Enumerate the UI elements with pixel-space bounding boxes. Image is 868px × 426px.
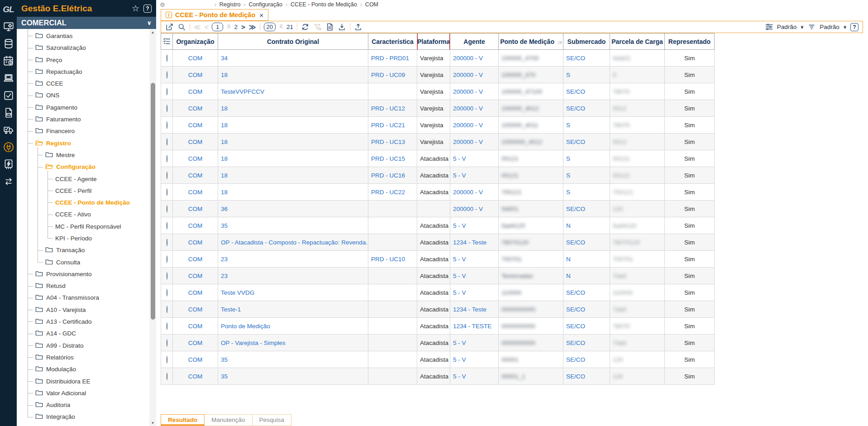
row-radio[interactable]: [167, 356, 167, 364]
row-radio[interactable]: [167, 105, 167, 112]
row-radio[interactable]: [167, 138, 167, 146]
footer-tab-pesquisa[interactable]: Pesquisa: [253, 414, 292, 426]
nfe-document-icon[interactable]: [2, 106, 15, 119]
cell-value[interactable]: SE/CO: [566, 289, 585, 296]
tree-item-sazonaliza-o[interactable]: Sazonalização: [17, 42, 149, 54]
cell-value[interactable]: COM: [188, 189, 203, 196]
row-radio[interactable]: [167, 239, 167, 246]
cell-value[interactable]: 18: [221, 172, 228, 179]
cell-value[interactable]: 5 - V: [453, 289, 466, 296]
row-radio[interactable]: [167, 306, 167, 313]
module-selector[interactable]: COMERCIAL ∨: [17, 17, 156, 29]
truck-check-icon[interactable]: [2, 124, 15, 136]
cell-value[interactable]: 200000 - V: [453, 88, 483, 95]
cell-value[interactable]: COM: [188, 323, 203, 330]
cell-value[interactable]: Teste-1: [221, 306, 241, 313]
search-icon[interactable]: [177, 23, 186, 31]
cell-value[interactable]: 5 - V: [453, 172, 466, 179]
cell-value[interactable]: OP - Atacadista - Composto - Repactuação…: [221, 239, 367, 246]
tree-item-relat-rios[interactable]: Relatórios: [17, 351, 149, 363]
sidebar-scrollbar[interactable]: ▲ ▼: [149, 29, 156, 426]
tree-item-a14-gdc[interactable]: A14 - GDC: [17, 328, 149, 340]
cell-value[interactable]: OP - Varejista - Simples: [221, 340, 286, 346]
tree-item-garantias[interactable]: Garantias: [17, 30, 149, 42]
first-page-icon[interactable]: ≪: [194, 24, 201, 30]
cell-value[interactable]: S: [566, 122, 570, 129]
cell-value[interactable]: 1234 - Teste: [453, 239, 486, 246]
tree-item-faturamento[interactable]: Faturamento: [17, 113, 149, 125]
select-column-header[interactable]: [161, 34, 173, 50]
cell-value[interactable]: 200000 - V: [453, 122, 483, 129]
scroll-up-icon[interactable]: ▲: [149, 29, 156, 35]
breadcrumb-item-com[interactable]: COM: [365, 1, 378, 8]
cell-value[interactable]: 23: [221, 273, 228, 279]
tree-item-a04-transmissora[interactable]: A04 - Transmissora: [17, 292, 149, 304]
last-page-icon[interactable]: ≫: [249, 24, 256, 30]
tree-item-configura-o[interactable]: Configuração: [17, 161, 149, 173]
cell-value[interactable]: 18: [221, 189, 228, 196]
column-header-ponto-de-medi-o[interactable]: Ponto de Medição↓≡: [499, 34, 563, 50]
row-radio[interactable]: [167, 88, 167, 96]
laptop-icon[interactable]: [2, 72, 15, 85]
column-header-agente[interactable]: Agente: [450, 34, 499, 50]
cell-value[interactable]: 35: [221, 373, 228, 380]
tree-item-transa-o[interactable]: Transação: [17, 244, 149, 256]
cell-value[interactable]: 35: [221, 222, 228, 229]
tab-ccee-ponto-de-medicao[interactable]: i CCEE - Ponto de Medição ×: [161, 9, 268, 21]
cell-value[interactable]: COM: [188, 373, 203, 380]
cell-value[interactable]: COM: [188, 155, 203, 162]
cell-value[interactable]: 18: [221, 139, 228, 145]
checklist-icon[interactable]: [2, 89, 15, 102]
cell-value[interactable]: 23: [221, 256, 228, 263]
tree-item-integra-o[interactable]: Integração: [17, 411, 149, 423]
cell-value[interactable]: COM: [188, 88, 203, 95]
tree-item-financeiro[interactable]: Financeiro: [17, 125, 149, 137]
tree-item-valor-adicional[interactable]: Valor Adicional: [17, 387, 149, 399]
energy-plug-icon[interactable]: [2, 141, 15, 153]
cell-value[interactable]: 18: [221, 155, 228, 162]
cell-value[interactable]: COM: [188, 340, 203, 346]
cell-value[interactable]: S: [566, 172, 570, 179]
cell-value[interactable]: SE/CO: [566, 323, 585, 330]
cell-value[interactable]: COM: [188, 105, 203, 112]
cell-value[interactable]: 5 - V: [453, 273, 466, 279]
cell-value[interactable]: SE/CO: [566, 206, 585, 212]
column-header-plataforma[interactable]: Plataforma: [417, 34, 450, 50]
cell-value[interactable]: N: [566, 222, 571, 229]
cell-value[interactable]: PRD - UC16: [371, 172, 405, 179]
row-radio[interactable]: [167, 155, 167, 163]
cell-value[interactable]: SE/CO: [566, 340, 585, 346]
download-icon[interactable]: [338, 23, 346, 31]
document-icon[interactable]: [325, 23, 334, 31]
column-header-organiza-o[interactable]: Organização: [173, 34, 218, 50]
cell-value[interactable]: COM: [188, 206, 203, 212]
tree-item-provisionamento[interactable]: Provisionamento: [17, 268, 149, 280]
cell-value[interactable]: Teste VVDG: [221, 289, 254, 296]
tree-item-ons[interactable]: ONS: [17, 90, 149, 101]
row-radio[interactable]: [167, 205, 167, 213]
cell-value[interactable]: COM: [188, 356, 203, 363]
cell-value[interactable]: S: [566, 72, 570, 78]
tree-item-mc-perfil-respons-vel[interactable]: MC - Perfil Responsável: [17, 220, 149, 232]
tree-item-consulta[interactable]: Consulta: [17, 256, 149, 268]
cell-value[interactable]: COM: [188, 122, 203, 129]
cell-value[interactable]: PRD - UC12: [371, 105, 405, 112]
cell-value[interactable]: 5 - V: [453, 256, 466, 263]
cell-value[interactable]: 200000 - V: [453, 206, 483, 212]
tree-item-registro[interactable]: Registro: [17, 137, 149, 149]
refresh-icon[interactable]: [301, 23, 310, 31]
cell-value[interactable]: S: [566, 155, 570, 162]
cell-value[interactable]: 35: [221, 356, 228, 363]
filter-lines-icon[interactable]: [807, 23, 816, 31]
grid-help-icon[interactable]: ?: [850, 23, 858, 31]
cell-value[interactable]: SE/CO: [566, 55, 585, 62]
cell-value[interactable]: COM: [188, 139, 203, 145]
cell-value[interactable]: 200000 - V: [453, 72, 483, 78]
database-icon[interactable]: [2, 38, 15, 50]
column-header-caracter-stica[interactable]: Característica: [368, 34, 417, 50]
upload-icon[interactable]: [354, 23, 362, 31]
gear-icon[interactable]: ⚙: [160, 1, 165, 8]
cell-value[interactable]: 18: [221, 105, 228, 112]
cell-value[interactable]: SE/CO: [566, 105, 585, 112]
close-icon[interactable]: ×: [259, 11, 263, 19]
